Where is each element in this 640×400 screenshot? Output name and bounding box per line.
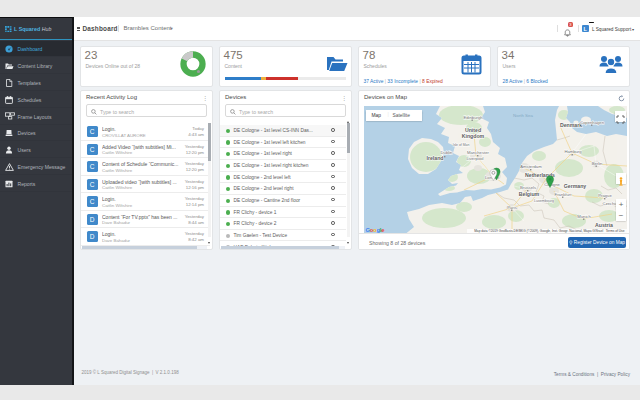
svg-text:Ireland: Ireland — [426, 155, 443, 161]
svg-text:Copenhagen: Copenhagen — [580, 119, 605, 124]
svg-text:Denmark: Denmark — [559, 122, 581, 128]
svg-text:Manchester: Manchester — [467, 150, 489, 155]
svg-text:Paris: Paris — [507, 204, 517, 209]
svg-text:Germany: Germany — [563, 182, 586, 188]
svg-text:Amsterdam: Amsterdam — [520, 164, 542, 169]
svg-text:Hamburg: Hamburg — [564, 149, 582, 154]
svg-text:Edinburgh: Edinburgh — [463, 114, 483, 119]
svg-text:Austria: Austria — [595, 221, 613, 227]
svg-text:Kingdom: Kingdom — [461, 132, 484, 138]
svg-text:Prague: Prague — [598, 193, 612, 198]
svg-text:Belgium: Belgium — [518, 190, 539, 196]
svg-text:Berlin: Berlin — [591, 160, 602, 165]
svg-text:Munich: Munich — [577, 213, 591, 218]
svg-text:Luxembourg: Luxembourg — [534, 199, 554, 203]
svg-text:Frankfurt: Frankfurt — [554, 191, 572, 196]
svg-text:Isle of Man: Isle of Man — [452, 143, 469, 147]
svg-text:North Sea: North Sea — [513, 113, 533, 118]
svg-text:Dublin: Dublin — [440, 149, 453, 154]
svg-text:Liverpool: Liverpool — [466, 156, 483, 161]
svg-text:Brussels: Brussels — [519, 185, 535, 190]
